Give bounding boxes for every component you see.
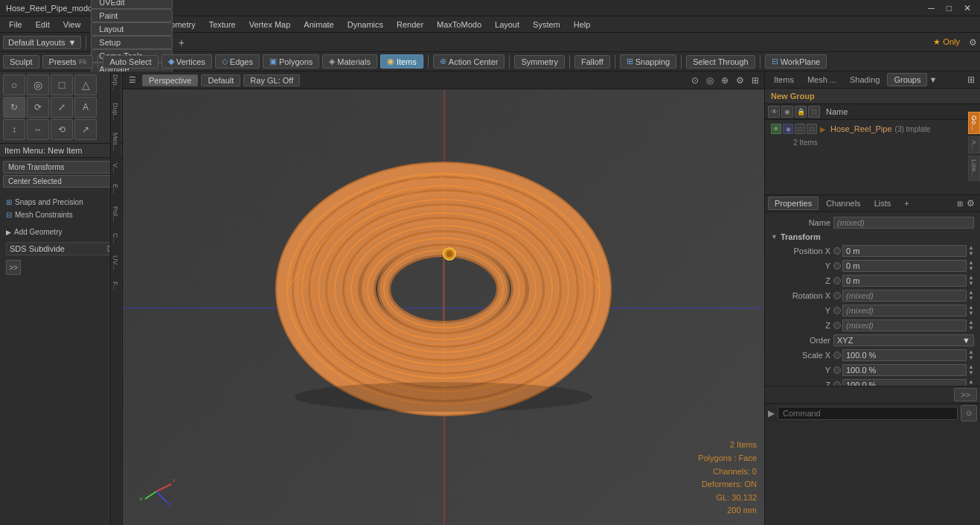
side-label-f[interactable]: F... (111, 279, 121, 293)
scene-item-hose[interactable]: 👁 ◉ □ □ ▶ Hose_Reel_Pipe (3) tmplate (766, 121, 979, 136)
menu-view[interactable]: View (57, 19, 87, 31)
expand-button[interactable]: >> (6, 260, 21, 275)
side-label-drp[interactable]: Drp... (111, 71, 121, 94)
lise-tab[interactable]: Lise... (968, 156, 980, 181)
sculpt-button[interactable]: Sculpt (3, 55, 39, 69)
scale-y-dot[interactable] (833, 366, 841, 374)
add-tab-button[interactable]: + (176, 36, 188, 48)
rot-z-down-arrow[interactable]: ▼ (968, 325, 974, 331)
symmetry-button[interactable]: Symmetry (514, 55, 565, 69)
expand-vp-icon[interactable]: ⊞ (749, 74, 761, 86)
item-eye-icon[interactable]: 👁 (771, 124, 781, 134)
menu-system[interactable]: System (527, 19, 566, 31)
settings-gear-icon[interactable]: ⚙ (969, 37, 977, 48)
scale-z-input[interactable] (842, 379, 967, 386)
scale-x-input[interactable] (842, 349, 967, 361)
close-button[interactable]: ✕ (961, 3, 974, 13)
tab-lists[interactable]: Lists (868, 197, 897, 209)
menu-vertex map[interactable]: Vertex Map (243, 19, 297, 31)
tab-uvedit[interactable]: UVEdit (91, 0, 172, 9)
tabs-dropdown-icon[interactable]: ▼ (929, 75, 937, 84)
vertices-button[interactable]: ◆ Vertices (161, 54, 212, 69)
item-lock-icon[interactable]: □ (795, 124, 805, 134)
tab-items[interactable]: Items (768, 74, 800, 86)
rotation-y-input[interactable] (842, 305, 967, 316)
tab-groups[interactable]: Groups (887, 73, 927, 86)
menu-animate[interactable]: Animate (298, 19, 339, 31)
scale-y-input[interactable] (842, 364, 967, 376)
rotation-z-input[interactable] (842, 319, 967, 331)
snapping-button[interactable]: ⊞ Snapping (620, 54, 677, 69)
star-only-button[interactable]: ★ Only (927, 36, 966, 48)
transform-section-header[interactable]: ▼ Transform (768, 230, 977, 244)
select-through-button[interactable]: Select Through (686, 55, 755, 69)
rot-x-down-arrow[interactable]: ▼ (968, 296, 974, 302)
zoom-icon[interactable]: ◎ (704, 74, 716, 86)
expand-props-icon[interactable]: ⊞ (957, 200, 963, 208)
ray-gl-tab[interactable]: Ray GL: Off (243, 74, 300, 86)
action-center-button[interactable]: ⊕ Action Center (433, 54, 505, 69)
side-label-v[interactable]: V... (111, 160, 121, 176)
cube-tool[interactable]: □ (51, 74, 73, 95)
shear-tool[interactable]: ↗ (74, 119, 97, 140)
polygons-button[interactable]: ▣ Polygons (263, 54, 319, 69)
expand-panel-icon[interactable]: ⊞ (965, 74, 977, 86)
rotate-tool[interactable]: ↻ (3, 97, 25, 118)
move-tool[interactable]: ↕ (3, 119, 25, 140)
more-transforms-button[interactable]: More Transforms (3, 161, 111, 174)
name-input[interactable] (833, 217, 974, 229)
default-tab[interactable]: Default (201, 74, 240, 86)
scale-tool[interactable]: ⤢ (51, 97, 73, 118)
extra-col-icon[interactable]: □ (808, 106, 820, 118)
viewport-canvas[interactable]: X Z Y 2 Items Polygons : Face Channels: … (123, 89, 764, 525)
position-x-dot[interactable] (833, 247, 841, 255)
tab-shading[interactable]: Shading (844, 74, 885, 86)
item-menu[interactable]: Item Menu: New Item ▼ (0, 144, 122, 158)
snaps-precision-item[interactable]: ⊞ Snaps and Precision (3, 197, 119, 208)
items-button[interactable]: ◉ Items (380, 54, 423, 69)
menu-layout[interactable]: Layout (489, 19, 525, 31)
pos-x-down-arrow[interactable]: ▼ (968, 251, 974, 257)
scale-x-dot[interactable] (833, 351, 841, 359)
tab-properties[interactable]: Properties (768, 197, 819, 210)
menu-maxtomodo[interactable]: MaxToModo (431, 19, 487, 31)
settings-icon[interactable]: ⚙ (734, 74, 746, 86)
order-dropdown[interactable]: XYZ ▼ (833, 334, 974, 346)
position-y-dot[interactable] (833, 262, 841, 270)
materials-button[interactable]: ◈ Materials (322, 54, 377, 69)
search-icon[interactable]: ⊕ (719, 74, 731, 86)
side-label-c[interactable]: C... (111, 230, 121, 246)
tab-paint[interactable]: Paint (91, 9, 172, 22)
command-arrow-icon[interactable]: ▶ (768, 408, 775, 419)
center-selected-button[interactable]: Center Selected (3, 175, 111, 188)
pos-y-down-arrow[interactable]: ▼ (968, 266, 974, 272)
side-label-dup[interactable]: Dup... (111, 100, 121, 124)
lock-col-icon[interactable]: 🔒 (795, 106, 807, 118)
menu-edit[interactable]: Edit (30, 19, 56, 31)
presets-button[interactable]: Presets F6 (42, 55, 94, 69)
rotation-x-input[interactable] (842, 290, 967, 302)
props-settings-icon[interactable]: ⚙ (964, 197, 977, 209)
falloff-button[interactable]: Falloff (574, 55, 610, 69)
rotation-y-dot[interactable] (833, 307, 841, 314)
a-tab[interactable]: A... (968, 136, 980, 154)
menu-file[interactable]: File (3, 19, 28, 31)
workplane-button[interactable]: ⊟ WorkPlane (765, 54, 827, 69)
position-z-dot[interactable] (833, 277, 841, 284)
position-x-input[interactable] (842, 245, 967, 257)
tab-layout[interactable]: Layout (91, 22, 172, 36)
eye-col-icon[interactable]: 👁 (768, 106, 780, 118)
sphere-tool[interactable]: ○ (3, 74, 25, 95)
scale-y-down-arrow[interactable]: ▼ (968, 370, 974, 376)
tab-channels[interactable]: Channels (820, 197, 866, 209)
minimize-button[interactable]: ─ (925, 3, 938, 13)
item-render-icon[interactable]: ◉ (783, 124, 793, 134)
item-extra-icon[interactable]: □ (807, 124, 817, 134)
tab-setup[interactable]: Setup (91, 36, 172, 49)
torus-tool[interactable]: ◎ (27, 74, 49, 95)
tab-mesh[interactable]: Mesh ... (801, 74, 842, 86)
render-col-icon[interactable]: ◉ (781, 106, 793, 118)
menu-dynamics[interactable]: Dynamics (342, 19, 389, 31)
viewport[interactable]: ☰ Perspective Default Ray GL: Off ⊙ ◎ ⊕ … (123, 71, 764, 525)
cone-tool[interactable]: △ (74, 74, 97, 95)
